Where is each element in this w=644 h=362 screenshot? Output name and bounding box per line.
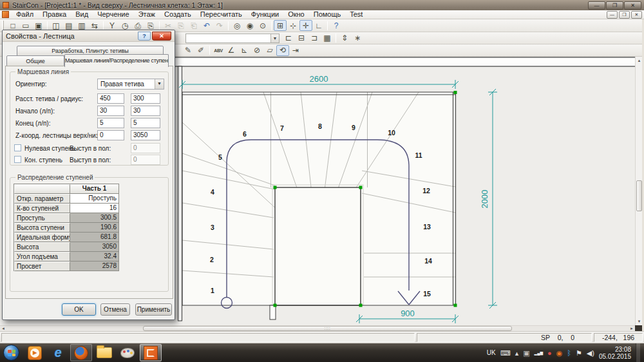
zoom-out-icon[interactable]: ◎ <box>231 20 243 31</box>
skew-icon[interactable]: ▱ <box>263 45 276 56</box>
device-icon[interactable]: ▣ <box>523 349 529 357</box>
paste-icon[interactable]: ⎗ <box>187 20 200 31</box>
toolbar-grip[interactable] <box>2 21 4 30</box>
align-left-icon[interactable]: ⊏ <box>282 33 295 44</box>
snap-cross-icon[interactable]: ✛ <box>299 20 312 31</box>
document-icon[interactable] <box>2 11 9 18</box>
menu-create[interactable]: Создать <box>160 10 196 18</box>
menu-help[interactable]: Помощь <box>309 10 346 18</box>
dialog-help-button[interactable]: ? <box>138 32 151 41</box>
menu-edit[interactable]: Правка <box>38 10 71 18</box>
value-field-1[interactable]: 5 <box>97 118 124 128</box>
menu-file[interactable]: Файл <box>12 10 38 18</box>
show-desktop-button[interactable] <box>636 343 640 362</box>
endpoint-icon[interactable]: ⇥ <box>289 45 302 56</box>
angle-icon[interactable]: ∠ <box>225 45 238 56</box>
svg-text:4: 4 <box>211 188 214 196</box>
fit-height-icon[interactable]: ⇕ <box>338 33 351 44</box>
start-button[interactable] <box>3 345 19 361</box>
dimension-right: 2000 <box>480 190 489 209</box>
copy-icon[interactable]: ⎘ <box>175 20 187 31</box>
apply-button[interactable]: Применить <box>135 303 172 316</box>
dialog-close-button[interactable]: ✕ <box>152 32 171 41</box>
value-field-1[interactable]: 450 <box>97 93 124 104</box>
taskbar-firefox[interactable] <box>70 344 92 361</box>
protrusion-field-2[interactable]: 0 <box>131 155 160 165</box>
chevron-down-icon[interactable]: ▼ <box>270 34 279 43</box>
hidden-icons-arrow[interactable]: ▴ <box>515 349 519 357</box>
restore-button[interactable]: ❐ <box>606 1 623 10</box>
value-field-1[interactable]: 0 <box>97 130 124 140</box>
language-indicator[interactable]: UK <box>487 349 496 356</box>
redo-icon[interactable]: ↷ <box>213 20 226 31</box>
menu-functions[interactable]: Функции <box>247 10 283 18</box>
spellcheck-icon[interactable]: ABV <box>212 45 225 56</box>
taskbar-paint[interactable] <box>117 344 138 361</box>
value-field-2[interactable]: 3050 <box>131 130 160 140</box>
tray-clock[interactable]: 23:08 05.02.2015 <box>599 346 631 360</box>
value-field-2[interactable]: 30 <box>131 106 160 116</box>
tab-general[interactable]: Общие <box>6 55 64 66</box>
menu-view[interactable]: Вид <box>71 10 93 18</box>
table-icon[interactable]: ▦ <box>321 33 334 44</box>
value-field-2[interactable]: 300 <box>131 93 160 104</box>
horizontal-scroll-thumb[interactable]: ∷∷ <box>143 326 512 331</box>
walkline-icon[interactable]: ⟲ <box>276 45 289 56</box>
menu-draw[interactable]: Черчение <box>93 10 134 18</box>
taskbar-staircon[interactable] <box>140 344 162 361</box>
table-row: Угол подъема 32.4 <box>14 252 119 262</box>
minimize-button[interactable]: — <box>588 1 605 10</box>
taskbar-media-player[interactable]: ▶ <box>24 344 46 361</box>
text-style-combobox[interactable]: ▼ <box>185 33 279 43</box>
end-step-checkbox[interactable] <box>14 156 21 163</box>
edit-dimension-icon[interactable]: ✐ <box>194 45 207 56</box>
cancel-button[interactable]: Отмена <box>100 303 130 316</box>
flag-icon[interactable]: ⚑ <box>576 349 582 357</box>
orient-combobox[interactable]: Правая тетива▼ <box>97 79 164 90</box>
ortho-icon[interactable]: ∟ <box>312 20 325 31</box>
table-corner-cell <box>14 184 70 194</box>
taskbar-explorer[interactable] <box>93 344 115 361</box>
close-button[interactable]: ✕ <box>624 1 641 10</box>
menu-test[interactable]: Test <box>345 10 367 18</box>
menu-window[interactable]: Окно <box>283 10 309 18</box>
vertical-scrollbar[interactable]: ▲ ▼ <box>635 57 642 325</box>
tab-march-line[interactable]: Маршевая линия/Распределение ступеней <box>64 54 169 67</box>
svg-text:12: 12 <box>422 187 430 195</box>
menu-recalc[interactable]: Пересчитать <box>196 10 247 18</box>
edit-stamp-icon[interactable]: ✎ <box>182 45 194 56</box>
network-signal-icon[interactable]: ▂▄▆ <box>535 349 543 357</box>
dimension-top: 2600 <box>310 74 328 84</box>
protrusion-field-1[interactable]: 0 <box>131 143 160 153</box>
snap-point-icon[interactable]: ⊹ <box>287 20 299 31</box>
status-message-panel <box>1 333 415 342</box>
value-field-1[interactable]: 30 <box>97 106 124 116</box>
mdi-close-button[interactable]: ✕ <box>631 11 642 19</box>
zero-step-checkbox[interactable] <box>14 144 21 151</box>
angle-arc-icon[interactable]: ⊾ <box>238 45 251 56</box>
align-center-icon[interactable]: ⊟ <box>295 33 308 44</box>
security-shield-icon[interactable]: ◉ <box>556 349 563 357</box>
value-field-2[interactable]: 5 <box>131 118 160 128</box>
horizontal-scrollbar[interactable]: ◄ ∷∷ ► <box>0 325 635 331</box>
menu-floor[interactable]: Этаж <box>134 10 160 18</box>
volume-icon[interactable]: ◀) <box>587 349 594 357</box>
protrusion-label: Выступ в пол: <box>70 157 111 164</box>
zoom-extents-icon[interactable]: ⊙ <box>256 20 269 31</box>
keyboard-icon[interactable]: ⌨ <box>500 349 511 357</box>
taskbar-internet-explorer[interactable]: e <box>47 344 69 361</box>
action-center-icon[interactable]: ● <box>547 349 552 357</box>
fit-all-icon[interactable]: ∗ <box>351 33 364 44</box>
ok-button[interactable]: OK <box>62 303 96 316</box>
vertical-scroll-thumb[interactable] <box>636 180 642 211</box>
mdi-minimize-button[interactable]: — <box>607 11 618 19</box>
snap-grid-icon[interactable]: ⊞ <box>274 20 287 31</box>
help-icon[interactable]: ? <box>330 20 343 31</box>
no-symbol-icon[interactable]: ⊘ <box>251 45 263 56</box>
undo-icon[interactable]: ↶ <box>200 20 213 31</box>
mdi-restore-button[interactable]: ❐ <box>619 11 630 19</box>
zoom-window-icon[interactable]: ◉ <box>243 20 256 31</box>
chevron-down-icon[interactable]: ▼ <box>155 79 164 89</box>
align-right-icon[interactable]: ⊐ <box>308 33 321 44</box>
bluetooth-icon[interactable]: ᛒ <box>567 349 571 357</box>
